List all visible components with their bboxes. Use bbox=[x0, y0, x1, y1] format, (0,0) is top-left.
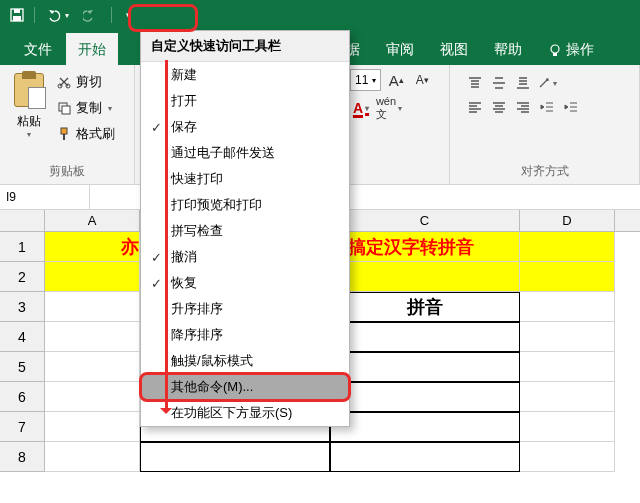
row-header[interactable]: 3 bbox=[0, 292, 45, 322]
cell[interactable] bbox=[330, 352, 520, 382]
font-color-button[interactable]: A bbox=[350, 97, 372, 119]
arrow-annotation bbox=[165, 60, 168, 410]
decrease-indent-icon[interactable] bbox=[536, 97, 558, 117]
svg-rect-10 bbox=[63, 134, 65, 140]
cell[interactable] bbox=[45, 322, 140, 352]
cell[interactable] bbox=[520, 292, 615, 322]
paste-button[interactable]: 粘贴 ▾ bbox=[8, 69, 50, 161]
arrow-head-annotation bbox=[160, 408, 172, 420]
copy-icon bbox=[56, 100, 72, 116]
svg-rect-1 bbox=[14, 9, 20, 13]
svg-rect-2 bbox=[13, 16, 21, 21]
brush-icon bbox=[56, 126, 72, 142]
svg-rect-8 bbox=[62, 106, 70, 114]
cell[interactable] bbox=[140, 442, 330, 472]
align-left-icon[interactable] bbox=[464, 97, 486, 117]
qat-customize-menu: 自定义快速访问工具栏 新建打开保存通过电子邮件发送快速打印打印预览和打印拼写检查… bbox=[140, 30, 350, 427]
clipboard-group-label: 剪贴板 bbox=[8, 161, 126, 182]
svg-point-3 bbox=[551, 45, 559, 53]
menu-title: 自定义快速访问工具栏 bbox=[141, 31, 349, 62]
increase-indent-icon[interactable] bbox=[560, 97, 582, 117]
select-all-corner[interactable] bbox=[0, 210, 45, 231]
undo-icon[interactable]: ▾ bbox=[41, 6, 73, 24]
svg-rect-9 bbox=[61, 128, 67, 134]
menu-item[interactable]: 撤消 bbox=[141, 244, 349, 270]
cell[interactable] bbox=[520, 352, 615, 382]
menu-item[interactable]: 升序排序 bbox=[141, 296, 349, 322]
tab-home[interactable]: 开始 bbox=[66, 33, 118, 65]
cell[interactable] bbox=[45, 292, 140, 322]
orientation-icon[interactable] bbox=[536, 73, 558, 93]
row-header[interactable]: 4 bbox=[0, 322, 45, 352]
cell[interactable] bbox=[330, 442, 520, 472]
cell[interactable] bbox=[520, 322, 615, 352]
cell[interactable] bbox=[45, 412, 140, 442]
menu-item[interactable]: 其他命令(M)... bbox=[141, 374, 349, 400]
cell[interactable] bbox=[520, 232, 615, 262]
align-bottom-icon[interactable] bbox=[512, 73, 534, 93]
redo-icon[interactable] bbox=[79, 6, 105, 24]
clipboard-icon bbox=[12, 71, 46, 109]
align-top-icon[interactable] bbox=[464, 73, 486, 93]
row-header[interactable]: 2 bbox=[0, 262, 45, 292]
name-box[interactable]: I9 bbox=[0, 185, 90, 209]
cell[interactable] bbox=[520, 262, 615, 292]
row-header[interactable]: 7 bbox=[0, 412, 45, 442]
tab-help[interactable]: 帮助 bbox=[482, 33, 534, 65]
tab-review[interactable]: 审阅 bbox=[374, 33, 426, 65]
row-header[interactable]: 8 bbox=[0, 442, 45, 472]
decrease-font-icon[interactable]: A▾ bbox=[411, 69, 433, 91]
cell[interactable] bbox=[520, 382, 615, 412]
increase-font-icon[interactable]: A▴ bbox=[385, 69, 407, 91]
col-header[interactable]: D bbox=[520, 210, 615, 231]
cell[interactable] bbox=[330, 382, 520, 412]
copy-button[interactable]: 复制▾ bbox=[54, 97, 117, 119]
svg-rect-4 bbox=[553, 53, 557, 56]
alignment-group-label: 对齐方式 bbox=[458, 161, 631, 182]
menu-item[interactable]: 恢复 bbox=[141, 270, 349, 296]
cell[interactable] bbox=[45, 352, 140, 382]
row-header[interactable]: 5 bbox=[0, 352, 45, 382]
cell[interactable] bbox=[520, 442, 615, 472]
lightbulb-icon bbox=[548, 43, 562, 57]
menu-item[interactable]: 打开 bbox=[141, 88, 349, 114]
menu-item[interactable]: 在功能区下方显示(S) bbox=[141, 400, 349, 426]
font-size-select[interactable]: 11▾ bbox=[350, 69, 381, 91]
cut-button[interactable]: 剪切 bbox=[54, 71, 117, 93]
cell[interactable] bbox=[520, 412, 615, 442]
menu-item[interactable]: 打印预览和打印 bbox=[141, 192, 349, 218]
tab-file[interactable]: 文件 bbox=[12, 33, 64, 65]
scissors-icon bbox=[56, 74, 72, 90]
cell[interactable] bbox=[330, 322, 520, 352]
cell[interactable] bbox=[45, 262, 140, 292]
customize-qat-dropdown[interactable]: ▾ bbox=[118, 8, 139, 22]
menu-item[interactable]: 保存 bbox=[141, 114, 349, 140]
cell[interactable]: 亦 bbox=[45, 232, 140, 262]
save-icon[interactable] bbox=[6, 6, 28, 24]
cell[interactable] bbox=[45, 442, 140, 472]
col-header[interactable]: C bbox=[330, 210, 520, 231]
menu-item[interactable]: 快速打印 bbox=[141, 166, 349, 192]
align-center-icon[interactable] bbox=[488, 97, 510, 117]
tab-operate[interactable]: 操作 bbox=[536, 33, 606, 65]
tab-view[interactable]: 视图 bbox=[428, 33, 480, 65]
row-header[interactable]: 1 bbox=[0, 232, 45, 262]
col-header[interactable]: A bbox=[45, 210, 140, 231]
cell[interactable] bbox=[330, 412, 520, 442]
title-bar: ▾ ▾ bbox=[0, 0, 640, 30]
menu-item[interactable]: 新建 bbox=[141, 62, 349, 88]
align-right-icon[interactable] bbox=[512, 97, 534, 117]
menu-item[interactable]: 降序排序 bbox=[141, 322, 349, 348]
phonetic-guide-button[interactable]: wén文 bbox=[378, 97, 400, 119]
menu-item[interactable]: 通过电子邮件发送 bbox=[141, 140, 349, 166]
align-middle-icon[interactable] bbox=[488, 73, 510, 93]
menu-item[interactable]: 拼写检查 bbox=[141, 218, 349, 244]
cell[interactable]: 松搞定汉字转拼音 bbox=[330, 232, 520, 262]
row-header[interactable]: 6 bbox=[0, 382, 45, 412]
cell[interactable] bbox=[45, 382, 140, 412]
menu-item[interactable]: 触摸/鼠标模式 bbox=[141, 348, 349, 374]
cell[interactable]: 拼音 bbox=[330, 292, 520, 322]
format-painter-button[interactable]: 格式刷 bbox=[54, 123, 117, 145]
cell[interactable] bbox=[330, 262, 520, 292]
